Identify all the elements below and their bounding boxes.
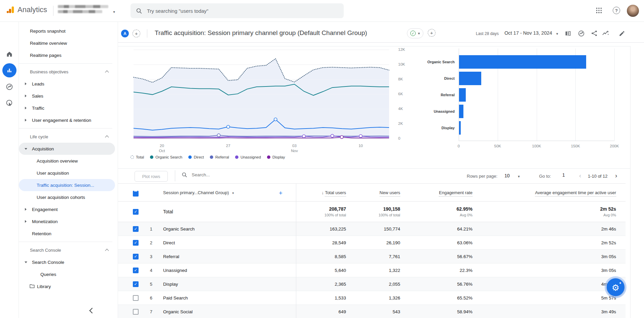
- sidebar-section-life-cycle[interactable]: Life cycle: [19, 131, 115, 143]
- table-total-row: Total 208,787100% of total 190,158100% o…: [118, 202, 626, 222]
- row-checkbox[interactable]: [133, 240, 139, 246]
- row-checkbox[interactable]: [133, 226, 139, 232]
- bar-organic-search[interactable]: [459, 55, 586, 69]
- sidebar-item-traffic-acquisition-session[interactable]: Traffic acquisition: Session...: [19, 179, 115, 191]
- sidebar-item-realtime-overview[interactable]: Realtime overview: [19, 37, 115, 49]
- column-header-engagement-rate[interactable]: Engagement rate: [439, 190, 472, 197]
- cell-total-users: 5,640: [296, 268, 346, 273]
- date-range-selector[interactable]: Oct 17 - Nov 13, 2024: [504, 30, 552, 36]
- cell-new-users: 543: [346, 309, 400, 314]
- sidebar-item-traffic[interactable]: Traffic: [19, 102, 115, 114]
- sidebar-item-library[interactable]: Library: [19, 280, 115, 292]
- row-checkbox[interactable]: [133, 309, 139, 315]
- chevron-down-icon[interactable]: ▾: [518, 174, 520, 179]
- bar-unassigned[interactable]: [459, 105, 463, 118]
- cell-engagement-rate: 58.94%: [400, 309, 472, 314]
- row-number: 1: [143, 226, 152, 232]
- sidebar-item-user-engagement-retention[interactable]: User engagement & retention: [19, 114, 115, 126]
- select-all-checkbox[interactable]: [133, 191, 139, 197]
- row-checkbox[interactable]: [133, 295, 139, 301]
- section-label: Business objectives: [30, 69, 68, 74]
- row-checkbox[interactable]: [133, 254, 139, 259]
- account-switcher[interactable]: ▾: [58, 5, 115, 13]
- compare-report-icon[interactable]: [564, 30, 572, 37]
- cell-engagement-rate: 63.06%: [400, 240, 472, 245]
- bar-direct[interactable]: [459, 72, 481, 85]
- help-icon[interactable]: [613, 7, 620, 14]
- column-header-total-users[interactable]: Total users: [325, 190, 346, 197]
- legend-item-direct[interactable]: Direct: [188, 155, 204, 159]
- legend-item-unassigned[interactable]: Unassigned: [235, 155, 261, 159]
- sidebar-item-reports-snapshot[interactable]: Reports snapshot: [19, 25, 115, 37]
- new-users-sub: 100% of total: [346, 213, 400, 217]
- total-row-checkbox[interactable]: [133, 209, 139, 215]
- sidebar-item-sales[interactable]: Sales: [19, 90, 115, 102]
- sidebar-item-label: Sales: [19, 94, 43, 99]
- row-checkbox[interactable]: [133, 268, 139, 273]
- add-column-icon[interactable]: +: [279, 189, 282, 197]
- cell-avg-engagement-time: 3m 05s: [472, 254, 616, 259]
- share-icon[interactable]: [591, 30, 598, 37]
- avatar[interactable]: [627, 5, 639, 17]
- dimension-selector[interactable]: Session primary...Channel Group): [163, 190, 229, 195]
- next-page-icon[interactable]: ›: [615, 172, 617, 179]
- edit-pencil-icon[interactable]: [618, 30, 626, 37]
- chevron-down-icon[interactable]: ▾: [556, 32, 558, 36]
- search-input[interactable]: [146, 8, 289, 14]
- sparkline-insights-icon[interactable]: [602, 30, 609, 37]
- insights-icon[interactable]: [577, 30, 585, 37]
- row-number: 7: [143, 309, 152, 314]
- apps-grid-icon[interactable]: [595, 7, 603, 15]
- global-search[interactable]: [130, 3, 344, 18]
- sidebar-item-engagement[interactable]: Engagement: [19, 203, 115, 215]
- legend-item-display[interactable]: Display: [267, 155, 285, 159]
- explore-icon[interactable]: [5, 82, 14, 91]
- comparison-chip[interactable]: A: [121, 30, 129, 37]
- sidebar-item-leads[interactable]: Leads: [19, 78, 115, 90]
- sidebar-item-label: Acquisition overview: [19, 158, 78, 164]
- add-icon[interactable]: +: [428, 29, 435, 37]
- sidebar-item-acquisition[interactable]: Acquisition: [19, 143, 115, 155]
- bar-chart[interactable]: 050K100K150K200KOrganic SearchDirectRefe…: [414, 46, 631, 150]
- legend-item-referral[interactable]: Referral: [210, 155, 229, 159]
- sidebar-item-acquisition-overview[interactable]: Acquisition overview: [19, 155, 115, 167]
- home-icon[interactable]: [5, 50, 14, 59]
- plot-rows-button[interactable]: Plot rows: [135, 171, 168, 182]
- report-status-badge[interactable]: ▾: [407, 28, 423, 38]
- analytics-logo[interactable]: Analytics: [6, 5, 47, 14]
- sidebar-item-realtime-pages[interactable]: Realtime pages: [19, 49, 115, 61]
- sidebar-section-business-objectives[interactable]: Business objectives: [19, 66, 115, 78]
- sidebar-item-search-console[interactable]: Search Console: [19, 256, 115, 268]
- sidebar-section-search-console[interactable]: Search Console: [19, 244, 115, 256]
- legend-item-total[interactable]: Total: [130, 155, 144, 159]
- bar-display[interactable]: [459, 121, 461, 135]
- insights-fab-button[interactable]: ⚙ ✦: [607, 278, 624, 296]
- bar-category-label: Referral: [414, 93, 455, 97]
- sidebar-item-monetization[interactable]: Monetization: [19, 215, 115, 227]
- bar-referral[interactable]: [459, 88, 466, 102]
- line-chart[interactable]: [130, 46, 393, 150]
- y-axis-tick: 4K: [398, 107, 408, 111]
- column-header-new-users[interactable]: New users: [380, 190, 400, 197]
- legend-item-organic-search[interactable]: Organic Search: [150, 155, 182, 159]
- table-search-input[interactable]: [191, 172, 266, 178]
- cell-new-users: 1,326: [346, 295, 400, 301]
- column-header-avg-engagement-time[interactable]: Average engagement time per active user: [535, 190, 616, 197]
- collapse-sidebar-icon[interactable]: [89, 308, 95, 314]
- sidebar-item-user-acquisition[interactable]: User acquisition: [19, 167, 115, 179]
- advertising-icon[interactable]: [5, 99, 14, 107]
- sidebar-item-user-acquisition-cohorts[interactable]: User acquisition cohorts: [19, 191, 115, 203]
- table-search[interactable]: [182, 172, 266, 178]
- reports-icon[interactable]: [2, 63, 16, 77]
- sidebar-item-label: User acquisition: [19, 171, 69, 176]
- add-comparison-icon[interactable]: +: [132, 30, 140, 37]
- cell-avg-engagement-time: 5m 57s: [472, 295, 616, 301]
- sidebar-item-queries[interactable]: Queries: [19, 268, 115, 280]
- goto-page-input[interactable]: [558, 172, 569, 178]
- sidebar-item-label: Realtime pages: [19, 53, 62, 58]
- chevron-collapsed-icon: [25, 208, 27, 211]
- sidebar-item-label: User engagement & retention: [19, 118, 91, 123]
- rows-per-page-value[interactable]: 10: [504, 173, 510, 178]
- row-checkbox[interactable]: [133, 281, 139, 287]
- sidebar-item-retention[interactable]: Retention: [19, 227, 115, 240]
